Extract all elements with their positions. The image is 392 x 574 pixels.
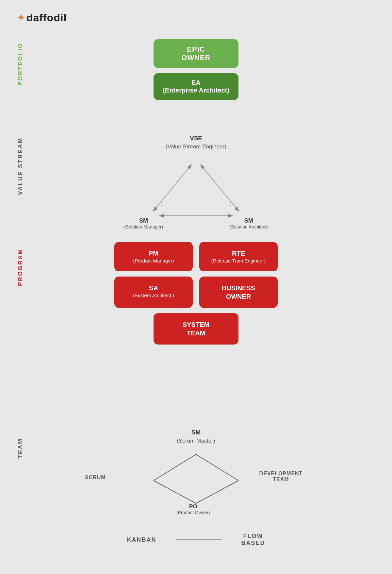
svg-line-3	[154, 454, 196, 481]
program-row-1: PM (Product Manager) RTE (Release Train …	[114, 242, 278, 271]
svg-line-1	[201, 165, 238, 211]
epic-owner-box: EPIC OWNER	[154, 39, 238, 68]
rte-box: RTE (Release Train Engineer)	[199, 242, 278, 271]
po-label: PO (Product Owner)	[176, 503, 210, 515]
svg-line-4	[196, 454, 238, 481]
logo: ✦ daffodil	[17, 12, 67, 24]
program-row-2: SA (System Architect ) BUSINESS OWNER	[114, 277, 278, 308]
logo-text: daffodil	[26, 12, 67, 24]
sm-solution-architect: SM (Solution Architect)	[230, 217, 268, 229]
portfolio-section: EPIC OWNER EA (Enterprise Architect)	[0, 39, 392, 100]
sm-solution-manager: SM (Solution Manager)	[124, 217, 163, 229]
value-stream-section: VSE (Value Stream Engineer)	[0, 134, 392, 232]
development-team-label: DEVELOPMENT TEAM	[255, 471, 307, 482]
program-section: PM (Product Manager) RTE (Release Train …	[0, 242, 392, 345]
sm-scrum-master: SM (Scrum Master)	[0, 428, 392, 445]
ea-box: EA (Enterprise Architect)	[154, 73, 238, 100]
pm-box: PM (Product Manager)	[114, 242, 193, 271]
team-section: SM (Scrum Master) SCRUM PO (Produc	[0, 428, 392, 547]
program-row-3: SYSTEM TEAM	[154, 313, 238, 345]
sa-box: SA (System Architect )	[114, 277, 193, 308]
system-team-box: SYSTEM TEAM	[154, 313, 238, 345]
svg-line-6	[196, 481, 238, 503]
vse-label: VSE (Value Stream Engineer)	[0, 134, 392, 150]
svg-line-5	[154, 481, 196, 503]
kanban-row: KANBAN FLOWBASED	[0, 533, 392, 547]
logo-icon: ✦	[17, 12, 24, 23]
flow-based-label: FLOWBASED	[241, 533, 265, 547]
scrum-label: SCRUM	[85, 475, 106, 481]
kanban-line	[176, 539, 221, 540]
svg-line-0	[154, 165, 191, 211]
kanban-label: KANBAN	[127, 536, 156, 543]
business-owner-box: BUSINESS OWNER	[199, 277, 278, 308]
